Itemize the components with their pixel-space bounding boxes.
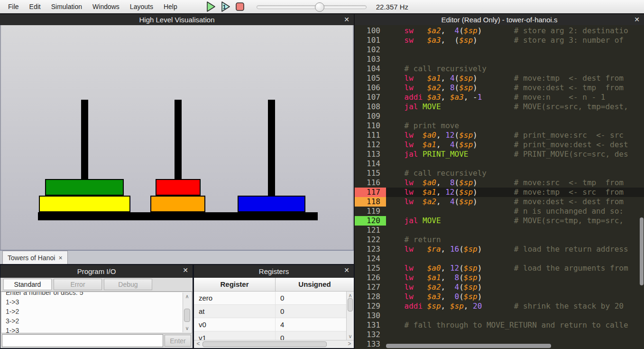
register-row-zero[interactable]: zero0 — [194, 292, 354, 305]
line-number[interactable]: 121 — [355, 226, 386, 235]
close-icon[interactable]: ✕ — [344, 265, 350, 276]
scroll-right-icon[interactable]: > — [346, 340, 353, 348]
close-icon[interactable]: ✕ — [344, 14, 350, 25]
tab-close-icon[interactable]: × — [58, 252, 62, 264]
registers-vscrollbar-thumb[interactable] — [348, 298, 353, 311]
io-tab-debug[interactable]: Debug — [104, 279, 152, 290]
code-line-106[interactable]: 106 lw $a2, 8($sp) # move:dest <- tmp fr… — [355, 83, 644, 93]
speed-slider[interactable] — [257, 0, 367, 13]
line-number[interactable]: 130 — [355, 311, 386, 321]
code-line-103[interactable]: 103 — [355, 55, 644, 64]
line-number-highlight-green[interactable]: 120 — [355, 216, 386, 226]
code-line-100[interactable]: 100 sw $a2, 4($sp) # store arg 2: destin… — [355, 26, 644, 36]
code-line-128[interactable]: 128 lw $a3, 0($sp) — [355, 292, 644, 302]
slider-track[interactable] — [257, 5, 367, 9]
code-line-132[interactable]: 132 — [355, 330, 644, 340]
menu-item-windows[interactable]: Windows — [87, 0, 125, 13]
column-header-register[interactable]: Register — [194, 278, 276, 291]
visualisation-titlebar[interactable]: High Level Visualisation ✕ — [0, 14, 354, 25]
scroll-down-icon[interactable]: ∨ — [347, 333, 354, 340]
code-line-109[interactable]: 109 — [355, 112, 644, 121]
line-number[interactable]: 110 — [355, 121, 386, 131]
code-line-104[interactable]: 104 # call recursively — [355, 64, 644, 74]
code-line-112[interactable]: 112 lw $a1, 4($sp) # print_move:dest <- … — [355, 140, 644, 150]
line-number[interactable]: 129 — [355, 302, 386, 311]
code-line-118[interactable]: 118 lw $a2, 4($sp) # move:dest <- dest f… — [355, 197, 644, 207]
line-number-highlight-red[interactable]: 117 — [355, 188, 386, 197]
enter-button[interactable]: Enter — [165, 335, 191, 347]
code-line-111[interactable]: 111 lw $a0, 12($sp) # print_move:src <- … — [355, 131, 644, 140]
line-number[interactable]: 108 — [355, 102, 386, 112]
line-number-highlight-orange[interactable]: 118 — [355, 197, 386, 207]
code-line-113[interactable]: 113 jal PRINT_MOVE # PRINT_MOVE(src=src,… — [355, 150, 644, 159]
io-input-field[interactable] — [2, 334, 163, 347]
menu-item-file[interactable]: File — [3, 0, 24, 13]
io-scrollbar-thumb[interactable] — [184, 309, 190, 322]
line-number[interactable]: 131 — [355, 321, 386, 330]
line-number[interactable]: 126 — [355, 273, 386, 283]
code-line-130[interactable]: 130 — [355, 311, 644, 321]
line-number[interactable]: 115 — [355, 169, 386, 178]
line-number[interactable]: 127 — [355, 283, 386, 292]
io-tab-error[interactable]: Error — [54, 279, 102, 290]
scroll-left-icon[interactable]: < — [195, 340, 202, 348]
registers-hscrollbar[interactable]: < > — [194, 340, 354, 348]
line-number[interactable]: 106 — [355, 83, 386, 93]
code-line-117[interactable]: 117 lw $a1, 12($sp) # move:tmp <- src fr… — [355, 188, 644, 197]
editor-vscrollbar-thumb[interactable] — [640, 217, 644, 285]
line-number[interactable]: 114 — [355, 159, 386, 169]
code-line-114[interactable]: 114 — [355, 159, 644, 169]
code-line-105[interactable]: 105 lw $a1, 4($sp) # move:tmp <- dest fr… — [355, 74, 644, 83]
code-line-101[interactable]: 101 sw $a3, ($sp) # store arg 3: number … — [355, 36, 644, 45]
io-scrollbar[interactable]: ∧ ∨ — [183, 292, 191, 332]
menu-item-layouts[interactable]: Layouts — [125, 0, 158, 13]
line-number[interactable]: 119 — [355, 207, 386, 216]
code-line-119[interactable]: 119 # n is unchanged and so: — [355, 207, 644, 216]
line-number[interactable]: 112 — [355, 140, 386, 150]
scroll-up-icon[interactable]: ∧ — [183, 293, 191, 300]
line-number[interactable]: 111 — [355, 131, 386, 140]
line-number[interactable]: 132 — [355, 330, 386, 340]
line-number[interactable]: 113 — [355, 150, 386, 159]
line-number[interactable]: 102 — [355, 45, 386, 55]
line-number[interactable]: 109 — [355, 112, 386, 121]
registers-hscrollbar-thumb[interactable] — [202, 341, 327, 347]
line-number[interactable]: 105 — [355, 74, 386, 83]
code-line-124[interactable]: 124 — [355, 254, 644, 264]
code-line-110[interactable]: 110 # print move — [355, 121, 644, 131]
register-row-v0[interactable]: v04 — [194, 318, 354, 331]
code-line-131[interactable]: 131 # fall through to MOVE_RETURN and re… — [355, 321, 644, 330]
line-number[interactable]: 133 — [355, 340, 386, 349]
line-number[interactable]: 116 — [355, 178, 386, 188]
code-line-129[interactable]: 129 addi $sp, $sp, 20 # shrink the stack… — [355, 302, 644, 311]
line-number[interactable]: 107 — [355, 93, 386, 102]
code-line-127[interactable]: 127 lw $a2, 4($sp) — [355, 283, 644, 292]
register-row-at[interactable]: at0 — [194, 305, 354, 318]
menu-item-edit[interactable]: Edit — [24, 0, 46, 13]
editor-titlebar[interactable]: Editor (Read Only) - tower-of-hanoi.s ✕ — [355, 14, 644, 25]
line-number[interactable]: 122 — [355, 235, 386, 245]
code-line-122[interactable]: 122 # return — [355, 235, 644, 245]
close-icon[interactable]: ✕ — [634, 14, 640, 25]
line-number[interactable]: 124 — [355, 254, 386, 264]
line-number[interactable]: 125 — [355, 264, 386, 273]
line-number[interactable]: 103 — [355, 55, 386, 64]
code-line-116[interactable]: 116 lw $a0, 8($sp) # move:src <- tmp fro… — [355, 178, 644, 188]
menu-item-help[interactable]: Help — [158, 0, 183, 13]
code-line-126[interactable]: 126 lw $a1, 8($sp) — [355, 273, 644, 283]
slider-handle[interactable] — [315, 2, 324, 12]
code-area[interactable]: 100 sw $a2, 4($sp) # store arg 2: destin… — [355, 25, 644, 349]
code-line-108[interactable]: 108 jal MOVE # MOVE(src=src, tmp=dest, — [355, 102, 644, 112]
line-number[interactable]: 123 — [355, 245, 386, 254]
editor-hscrollbar-thumb[interactable] — [386, 344, 551, 348]
line-number[interactable]: 100 — [355, 26, 386, 36]
run-button[interactable] — [204, 0, 217, 13]
close-icon[interactable]: ✕ — [183, 265, 188, 276]
io-output-area[interactable]: Enter a number of discs: 51->31->23->21-… — [1, 292, 192, 333]
stop-button[interactable] — [234, 0, 246, 13]
registers-titlebar[interactable]: Registers ✕ — [194, 265, 354, 278]
line-number[interactable]: 128 — [355, 292, 386, 302]
code-line-125[interactable]: 125 lw $a0, 12($sp) # load the arguments… — [355, 264, 644, 273]
program-io-titlebar[interactable]: Program I/O ✕ — [0, 265, 193, 278]
registers-vscrollbar[interactable]: ∧ ∨ — [346, 292, 354, 340]
